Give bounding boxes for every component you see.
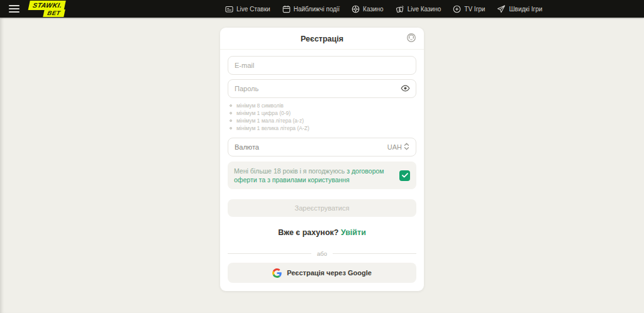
login-prompt: Вже є рахунок? <box>278 228 338 237</box>
login-link[interactable]: Увійти <box>341 228 366 237</box>
currency-select[interactable]: Валюта UAH <box>228 138 416 156</box>
card-header: Реєстрація <box>220 28 424 50</box>
tv-games-icon <box>453 5 461 13</box>
google-button-label: Реєстрація через Google <box>287 269 372 277</box>
register-button[interactable]: Зареєструватися <box>228 199 416 217</box>
currency-label: Валюта <box>235 143 259 151</box>
password-requirement: мінімум 1 мала літера (a-z) <box>230 117 416 124</box>
main-nav: Live Ставки Найближчі події <box>225 0 542 18</box>
nav-label: Live Ставки <box>236 6 270 13</box>
nav-item-quick-games[interactable]: Швидкі Ігри <box>497 5 542 13</box>
password-field[interactable] <box>228 79 416 98</box>
terms-checkbox[interactable] <box>399 170 410 181</box>
brand-logo-line1: STAWKI. <box>28 1 67 10</box>
bullet-icon <box>230 104 232 107</box>
eye-icon[interactable] <box>401 84 410 92</box>
password-requirement: мінімум 1 цифра (0-9) <box>230 109 416 117</box>
nav-item-live-casino[interactable]: Live Казино <box>396 5 441 13</box>
bullet-icon <box>230 119 232 122</box>
brand-logo[interactable]: STAWKI. BET <box>26 1 67 17</box>
terms-panel: Мені більше 18 років і я погоджуюсь з до… <box>228 162 416 189</box>
login-prompt-row: Вже є рахунок? Увійти <box>228 228 416 237</box>
hamburger-menu-icon[interactable] <box>9 5 19 13</box>
playing-cards-icon <box>396 5 404 13</box>
password-requirements: мінімум 8 символів мінімум 1 цифра (0-9)… <box>228 102 416 132</box>
page-background: Реєстрація <box>0 18 644 313</box>
top-nav-bar: STAWKI. BET Live Ставки <box>0 0 644 18</box>
nav-label: TV Ігри <box>464 6 485 13</box>
nav-item-upcoming-events[interactable]: Найближчі події <box>282 5 340 13</box>
nav-label: Live Казино <box>408 6 441 13</box>
terms-of-use-link[interactable]: правилами користування <box>272 176 350 184</box>
registration-form: мінімум 8 символів мінімум 1 цифра (0-9)… <box>220 50 424 283</box>
registration-card: Реєстрація <box>220 28 424 291</box>
currency-value: UAH <box>387 143 402 151</box>
nav-item-live-bets[interactable]: Live Ставки <box>225 5 270 13</box>
brand-logo-line2: BET <box>43 9 65 18</box>
nav-label: Найближчі події <box>294 6 340 13</box>
roulette-icon <box>352 5 360 13</box>
calendar-icon <box>282 5 291 13</box>
email-field[interactable] <box>228 56 416 75</box>
nav-item-casino[interactable]: Казино <box>352 5 384 13</box>
google-signup-button[interactable]: Реєстрація через Google <box>228 263 416 283</box>
or-divider: або <box>228 250 416 257</box>
page-title: Реєстрація <box>228 35 416 43</box>
terms-text: Мені більше 18 років і я погоджуюсь з до… <box>234 167 393 184</box>
nav-label: Казино <box>363 6 384 13</box>
bullet-icon <box>230 127 232 129</box>
password-requirement: мінімум 8 символів <box>230 102 416 109</box>
nav-label: Швидкі Ігри <box>509 6 542 13</box>
password-requirement: мінімум 1 велика літера (A-Z) <box>230 124 416 132</box>
chevron-updown-icon <box>404 143 409 151</box>
or-divider-label: або <box>317 250 327 257</box>
support-icon[interactable] <box>406 33 416 45</box>
live-bets-icon <box>225 5 233 13</box>
nav-item-tv-games[interactable]: TV Ігри <box>453 5 485 13</box>
rocket-icon <box>497 5 506 13</box>
bullet-icon <box>230 112 232 114</box>
google-g-icon <box>272 268 282 278</box>
